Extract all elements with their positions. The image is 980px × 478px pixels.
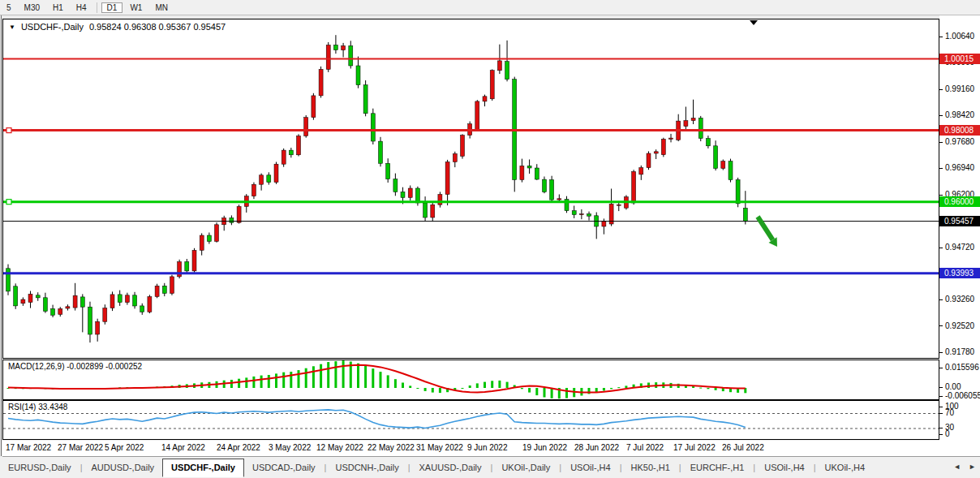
candle-bull: [297, 136, 301, 155]
hline-handle[interactable]: [6, 128, 11, 133]
candle-bull: [304, 118, 308, 136]
candle-bull: [110, 295, 114, 308]
candle-bull: [155, 286, 159, 296]
macd-histogram-bar: [544, 388, 546, 398]
candle-bull: [96, 321, 100, 334]
candle-bear: [736, 180, 740, 204]
macd-histogram-bar: [565, 388, 568, 398]
candle-bull: [721, 161, 725, 169]
rsi-label: RSI(14) 33.4348: [8, 403, 67, 411]
candle-bull: [438, 195, 442, 205]
chart-tab-usoil-h4[interactable]: USOil-,H4: [756, 459, 813, 476]
macd-histogram-bar: [699, 388, 702, 389]
candle-bull: [200, 235, 204, 250]
price-axis[interactable]: 1.006400.999000.991600.984200.976800.969…: [939, 15, 980, 456]
candle-bear: [230, 218, 234, 223]
chart-tab-usdcnh-daily[interactable]: USDCNH-,Daily: [327, 459, 406, 476]
chart-symbol-label: USDCHF-,Daily: [21, 22, 84, 32]
timeframe-button-d1[interactable]: D1: [101, 2, 123, 13]
chart-tab-ukoil-daily[interactable]: UKOil-,Daily: [493, 459, 558, 476]
timeframe-button-h4[interactable]: H4: [71, 2, 92, 13]
macd-label: MACD(12,26,9) -0.002899 -0.000252: [8, 362, 142, 371]
chart-tab-ukoil-h4[interactable]: UKOil-,H4: [817, 459, 874, 476]
chart-dropdown-icon: ▼: [9, 24, 15, 31]
rsi-axis-0: 0: [939, 429, 950, 438]
candle-bull: [251, 184, 256, 196]
macd-histogram-bar: [252, 377, 255, 388]
price-badge-0.93993: 0.93993: [939, 268, 980, 278]
chart-tab-audusd-daily[interactable]: AUDUSD-,Daily: [83, 459, 162, 476]
price-tick-0.98420: 0.98420: [939, 110, 974, 119]
hline-handle[interactable]: [6, 200, 11, 205]
macd-histogram-bar: [305, 368, 307, 388]
macd-histogram-bar: [298, 370, 300, 388]
price-badge-0.98008: 0.98008: [939, 125, 980, 136]
candle-bull: [483, 97, 487, 101]
macd-histogram-bar: [320, 364, 322, 388]
macd-histogram-bar: [491, 381, 493, 388]
chart-tab-usoil-h4[interactable]: USOil-,H4: [562, 459, 619, 476]
candle-bull: [490, 71, 494, 99]
date-label: 22 May 2022: [368, 443, 415, 452]
rsi-chart[interactable]: [3, 401, 939, 439]
candle-bull: [408, 188, 412, 197]
timeframe-button-h1[interactable]: H1: [47, 2, 69, 13]
chart-tab-hk50-h1[interactable]: HK50-,H1: [623, 459, 678, 476]
candle-bear: [393, 179, 398, 192]
price-badge-0.96000: 0.96000: [939, 196, 980, 207]
chart-shift-marker-icon: [750, 20, 758, 25]
candle-bull: [475, 101, 479, 130]
chart-tab-usdcad-daily[interactable]: USDCAD-,Daily: [244, 459, 324, 476]
chart-tab-usdchf-daily[interactable]: USDCHF-,Daily: [162, 459, 244, 477]
candle-bear: [363, 85, 368, 114]
candle-bull: [170, 277, 174, 294]
candle-bull: [453, 153, 457, 161]
macd-histogram-bar: [357, 364, 359, 388]
candle-bear: [379, 141, 383, 163]
rsi-axis-70: 70: [939, 408, 954, 417]
macd-histogram-bar: [439, 388, 441, 393]
candle-bear: [527, 166, 531, 168]
rsi-panel[interactable]: RSI(14) 33.4348: [2, 400, 939, 440]
candle-bull: [445, 162, 449, 195]
date-label: 12 May 2022: [316, 443, 363, 452]
macd-panel[interactable]: MACD(12,26,9) -0.002899 -0.000252: [2, 360, 939, 400]
macd-histogram-bar: [380, 372, 382, 388]
candlestick-chart[interactable]: [3, 19, 939, 358]
date-axis[interactable]: 17 Mar 202227 Mar 20225 Apr 202214 Apr 2…: [2, 441, 980, 457]
macd-chart[interactable]: [3, 360, 939, 399]
macd-histogram-bar: [230, 380, 233, 388]
candle-bull: [215, 225, 219, 242]
candle-bear: [6, 269, 11, 291]
chart-tab-eurchf-h1[interactable]: EURCHF-,H1: [682, 459, 753, 476]
price-chart-panel[interactable]: ▼ USDCHF-,Daily 0.95824 0.96308 0.95367 …: [2, 19, 939, 359]
down-arrow-annotation[interactable]: [758, 217, 773, 240]
candle-bull: [192, 250, 196, 271]
timeframe-button-w1[interactable]: W1: [124, 2, 148, 13]
candle-bull: [28, 294, 32, 302]
price-badge-1.00015: 1.00015: [939, 54, 980, 64]
candle-bear: [88, 307, 92, 334]
candle-bear: [349, 45, 353, 66]
price-tick-0.99160: 0.99160: [939, 84, 974, 93]
macd-histogram-bar: [245, 377, 247, 388]
candle-bull: [103, 308, 107, 322]
timeframe-button-m30[interactable]: M30: [19, 2, 45, 13]
tab-scroll-left-icon[interactable]: ◄: [953, 463, 961, 471]
candle-bull: [691, 118, 695, 121]
chart-tab-xauusd-daily[interactable]: XAUUSD-,Daily: [411, 459, 490, 476]
date-label: 17 Jul 2022: [673, 443, 716, 452]
candle-bear: [386, 163, 390, 179]
candle-bear: [133, 295, 137, 306]
timeframe-button-mn[interactable]: MN: [149, 2, 174, 13]
candle-bull: [669, 138, 673, 139]
candle-bull: [66, 307, 70, 308]
candle-bear: [185, 262, 189, 271]
chart-tab-eurusd-daily[interactable]: EURUSD-,Daily: [0, 459, 80, 476]
date-label: 26 Jul 2022: [722, 443, 764, 452]
timeframe-button-5[interactable]: 5: [1, 2, 17, 13]
candle-bear: [14, 286, 18, 306]
tab-scroll-right-icon[interactable]: ►: [969, 463, 976, 471]
macd-axis-0.00: 0.00: [939, 382, 961, 391]
candle-bear: [207, 235, 211, 242]
